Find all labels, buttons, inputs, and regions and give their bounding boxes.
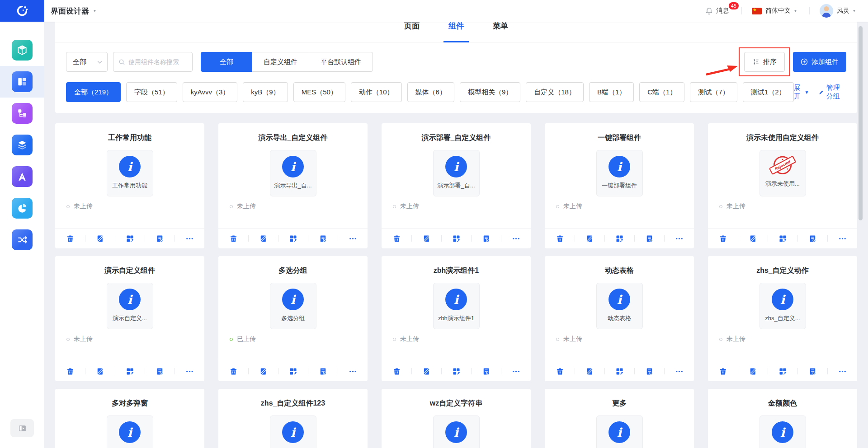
document-settings-button[interactable] — [145, 361, 175, 381]
delete-button[interactable] — [218, 229, 248, 248]
more-actions-button[interactable] — [338, 361, 368, 381]
messages-button[interactable]: 消息 45 — [705, 7, 729, 15]
category-chip[interactable]: kyAvvv（3） — [183, 82, 238, 102]
edit-document-button[interactable] — [248, 361, 278, 381]
sync-component-button[interactable] — [604, 361, 634, 381]
sync-component-button[interactable] — [278, 361, 308, 381]
document-settings-button[interactable] — [797, 229, 827, 248]
segment-button[interactable]: 平台默认组件 — [309, 52, 373, 72]
sync-component-button[interactable] — [604, 229, 634, 248]
more-actions-button[interactable] — [664, 361, 694, 381]
delete-button[interactable] — [545, 229, 575, 248]
category-select[interactable]: 全部 — [66, 52, 108, 72]
category-chip[interactable]: 模型相关（9） — [460, 82, 520, 102]
edit-document-button[interactable] — [411, 229, 441, 248]
more-actions-button[interactable] — [501, 229, 531, 248]
more-actions-button[interactable] — [175, 229, 204, 248]
add-component-button[interactable]: 添加组件 — [793, 52, 846, 72]
category-chip[interactable]: 自定义（18） — [526, 82, 584, 102]
edit-document-button[interactable] — [248, 229, 278, 248]
component-thumbnail: i Rejected 演示部署_自... — [433, 150, 480, 196]
search-box[interactable] — [113, 52, 193, 72]
more-actions-button[interactable] — [827, 229, 857, 248]
document-settings-button[interactable] — [308, 229, 338, 248]
document-settings-button[interactable] — [471, 361, 501, 381]
delete-button[interactable] — [55, 229, 85, 248]
app-logo[interactable] — [0, 0, 44, 22]
sync-component-button[interactable] — [441, 361, 471, 381]
category-chip[interactable]: MES（50） — [293, 82, 345, 102]
edit-document-button[interactable] — [575, 229, 604, 248]
edit-document-button[interactable] — [85, 229, 115, 248]
delete-button[interactable] — [708, 361, 738, 381]
document-settings-button[interactable] — [634, 361, 664, 381]
more-actions-button[interactable] — [664, 229, 694, 248]
sidebar-item-page-designer[interactable] — [0, 66, 44, 98]
ellipsis-icon — [186, 235, 193, 243]
edit-document-button[interactable] — [85, 361, 115, 381]
category-chip[interactable]: C端（1） — [639, 82, 684, 102]
sidebar-item-integration[interactable] — [0, 224, 44, 256]
status-dot-icon — [393, 338, 396, 341]
sync-component-button[interactable] — [278, 229, 308, 248]
document-settings-button[interactable] — [471, 229, 501, 248]
status-dot-icon — [230, 205, 233, 208]
document-settings-button[interactable] — [145, 229, 175, 248]
cube-icon — [16, 44, 28, 56]
category-chip[interactable]: B端（1） — [589, 82, 634, 102]
edit-document-button[interactable] — [411, 361, 441, 381]
category-chip[interactable]: 测试（7） — [690, 82, 737, 102]
sync-component-button[interactable] — [768, 361, 797, 381]
segment-button[interactable]: 自定义组件 — [252, 52, 309, 72]
more-actions-button[interactable] — [827, 361, 857, 381]
sync-component-button[interactable] — [115, 361, 145, 381]
info-icon: i — [772, 289, 793, 310]
delete-button[interactable] — [545, 361, 575, 381]
sidebar-item-workflow[interactable] — [0, 98, 44, 129]
sidebar-item-charts[interactable] — [0, 192, 44, 224]
category-chip[interactable]: 全部（219） — [66, 82, 121, 102]
manage-groups-link[interactable]: 管理分组 — [819, 84, 846, 101]
language-selector[interactable]: ★ 简体中文 ▾ — [752, 7, 797, 15]
sync-component-button[interactable] — [768, 229, 797, 248]
category-chip[interactable]: 字段（51） — [126, 82, 177, 102]
more-actions-button[interactable] — [338, 229, 368, 248]
sync-component-button[interactable] — [441, 229, 471, 248]
chevron-down-icon: ▾ — [853, 9, 855, 13]
sidebar-item-components[interactable] — [0, 34, 44, 66]
scrollbar-thumb[interactable] — [859, 26, 863, 220]
chevron-down-icon[interactable]: ▾ — [94, 9, 96, 13]
sidebar-item-layers[interactable] — [0, 129, 44, 161]
sidebar-item-ai[interactable] — [0, 161, 44, 192]
delete-button[interactable] — [382, 361, 411, 381]
document-gear-icon — [646, 235, 653, 243]
more-actions-button[interactable] — [175, 361, 204, 381]
status-dot-icon — [556, 338, 559, 341]
document-settings-button[interactable] — [634, 229, 664, 248]
category-chip[interactable]: kyB（9） — [243, 82, 288, 102]
category-chip[interactable]: 媒体（6） — [407, 82, 454, 102]
more-actions-button[interactable] — [501, 361, 531, 381]
expand-link[interactable]: 展开 ▼ — [794, 84, 809, 101]
search-input[interactable] — [128, 58, 187, 65]
edit-document-button[interactable] — [575, 361, 604, 381]
sync-component-button[interactable] — [115, 229, 145, 248]
delete-button[interactable] — [382, 229, 411, 248]
sort-button[interactable]: 排序 — [744, 52, 785, 72]
delete-button[interactable] — [218, 361, 248, 381]
document-settings-button[interactable] — [308, 361, 338, 381]
edit-document-button[interactable] — [738, 361, 768, 381]
edit-document-button[interactable] — [738, 229, 768, 248]
scrollbar[interactable] — [859, 22, 863, 448]
user-menu[interactable]: 风灵 ▾ — [820, 4, 855, 18]
category-chip[interactable]: 测试1（2） — [743, 82, 794, 102]
delete-button[interactable] — [55, 361, 85, 381]
segment-button[interactable]: 全部 — [201, 52, 252, 72]
component-caption: 工作常用功能 — [112, 182, 147, 190]
document-settings-button[interactable] — [797, 361, 827, 381]
delete-button[interactable] — [708, 229, 738, 248]
category-chip[interactable]: 动作（10） — [351, 82, 402, 102]
status-dot-icon — [719, 205, 722, 208]
upload-status: 已上传 — [218, 335, 368, 343]
collapse-sidebar-button[interactable] — [10, 419, 34, 437]
